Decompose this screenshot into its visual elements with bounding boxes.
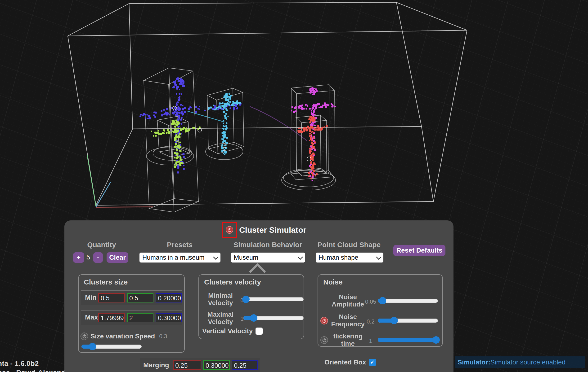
max-z-input[interactable]: 0.3000000 — [156, 313, 182, 322]
chevron-down-icon — [376, 254, 381, 260]
noise-frequency-value: 0.2 — [364, 318, 378, 325]
point-cloud-human-cyan — [208, 93, 241, 155]
slider-thumb[interactable] — [242, 296, 250, 303]
flickering-time-power-icon[interactable] — [320, 336, 328, 344]
noise-panel: Noise Noise Amplitude 0.05 Noise Frequen… — [317, 274, 443, 347]
slider-thumb[interactable] — [379, 297, 386, 304]
version-line: nta - 1.6.0b2 — [0, 359, 66, 368]
behavior-header: Simulation Behavior — [233, 241, 302, 249]
clusters-size-panel: Clusters size Min 0.5 0.5 0.2000000 Max … — [78, 274, 185, 353]
noise-frequency-slider[interactable] — [378, 317, 438, 324]
reset-defaults-button[interactable]: Reset Defaults — [393, 245, 445, 256]
flickering-time-label: flickering — [329, 332, 367, 340]
behavior-select-value: Museum — [234, 254, 258, 261]
size-variation-value: 0.3 — [159, 333, 167, 340]
flickering-time-slider[interactable] — [378, 336, 438, 343]
noise-amplitude-label: Noise — [329, 293, 367, 301]
quantity-plus-button[interactable]: + — [73, 252, 84, 263]
size-variation-label: Size variation Speed — [90, 332, 155, 340]
version-info: nta - 1.6.0b2 nse - David-Alexand — [0, 359, 66, 372]
noise-amplitude-slider[interactable] — [378, 297, 438, 304]
max-velocity-label: Maximal — [203, 311, 238, 318]
max-size-row: Max 1.7999999 2 0.3000000 — [81, 310, 182, 325]
power-toggle-highlight — [222, 222, 237, 238]
max-x-input[interactable]: 1.7999999 — [98, 313, 125, 322]
min-label: Min — [85, 294, 96, 301]
power-icon[interactable] — [226, 226, 233, 234]
max-label: Max — [85, 314, 98, 321]
max-y-input[interactable]: 2 — [127, 313, 153, 322]
max-velocity-slider[interactable] — [243, 314, 304, 322]
marging-label: Marging — [143, 361, 169, 369]
min-size-row: Min 0.5 0.5 0.2000000 — [81, 291, 182, 305]
behavior-select[interactable]: Museum — [231, 252, 305, 262]
quantity-header: Quantity — [87, 241, 116, 249]
clear-button[interactable]: Clear — [106, 252, 128, 263]
slider-thumb[interactable] — [89, 343, 96, 350]
noise-frequency-label: Noise — [329, 313, 367, 321]
slider-thumb[interactable] — [432, 336, 440, 344]
noise-amplitude-value: 0.05 — [364, 298, 378, 305]
slider-thumb[interactable] — [390, 317, 398, 324]
clusters-velocity-title: Clusters velocity — [204, 278, 261, 286]
min-x-input[interactable]: 0.5 — [98, 293, 125, 302]
status-bar: Simulator: Simulator source enabled — [455, 356, 585, 368]
shape-select-value: Human shape — [318, 254, 358, 261]
license-line: nse - David-Alexand — [0, 368, 66, 372]
noise-title: Noise — [323, 278, 343, 286]
oriented-box-checkbox[interactable]: ✓ — [369, 359, 376, 366]
flickering-time-value: 1 — [364, 338, 378, 344]
noise-frequency-power-icon[interactable] — [320, 317, 328, 324]
clusters-size-title: Clusters size — [84, 278, 128, 286]
shape-select[interactable]: Human shape — [316, 252, 383, 262]
quantity-value: 5 — [86, 253, 90, 261]
size-variation-power-icon[interactable] — [81, 332, 88, 340]
vertical-velocity-checkbox[interactable] — [255, 328, 263, 335]
slider-thumb[interactable] — [250, 314, 257, 322]
marging-z-input[interactable]: 0.25 — [231, 360, 258, 370]
app-window: nta - 1.6.0b2 nse - David-Alexand Simula… — [0, 0, 588, 372]
presets-select-value: Humans in a museum — [142, 254, 205, 261]
chevron-down-icon — [298, 254, 303, 260]
min-velocity-slider[interactable] — [243, 296, 304, 303]
quantity-minus-button[interactable]: - — [93, 252, 103, 263]
min-z-input[interactable]: 0.2000000 — [156, 293, 182, 302]
marging-y-input[interactable]: 0.3000000 — [203, 360, 230, 370]
marging-x-input[interactable]: 0.25 — [173, 360, 201, 370]
panel-title: Cluster Simulator — [239, 225, 306, 235]
oriented-box-label: Oriented Box — [325, 359, 366, 366]
chevron-down-icon — [213, 254, 219, 260]
cluster-simulator-panel: Cluster Simulator Quantity Presets Simul… — [64, 221, 453, 372]
presets-header: Presets — [167, 241, 192, 249]
vertical-velocity-label: Vertical Velocity — [202, 327, 253, 335]
size-variation-slider[interactable] — [82, 343, 142, 350]
status-message: Simulator source enabled — [490, 359, 566, 366]
min-y-input[interactable]: 0.5 — [127, 293, 153, 302]
shape-header: Point Cloud Shape — [317, 241, 381, 249]
status-source: Simulator: — [458, 359, 490, 366]
min-velocity-label: Minimal — [203, 292, 238, 299]
point-cloud-human-green — [151, 120, 200, 168]
clusters-velocity-panel: Clusters velocity Minimal Velocity 0 Max… — [199, 274, 304, 339]
presets-select[interactable]: Humans in a museum — [139, 252, 220, 262]
marging-row: Marging 0.25 0.3000000 0.25 — [140, 358, 260, 372]
